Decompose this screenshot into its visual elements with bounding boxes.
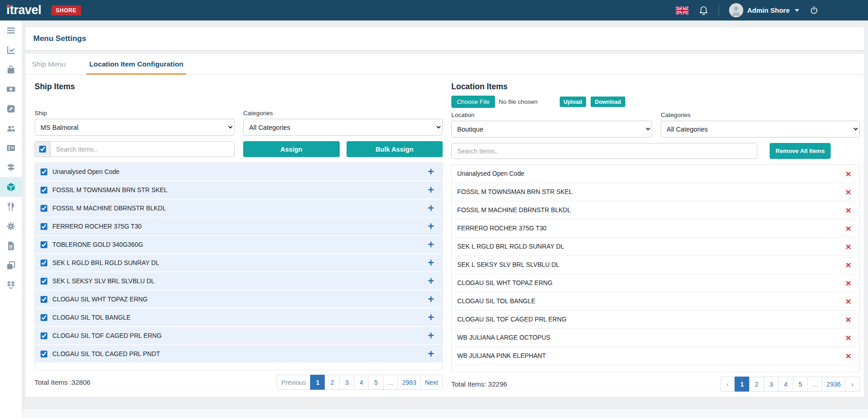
add-item-icon[interactable]: + <box>428 258 434 268</box>
ship-categories-label: Categories <box>243 110 443 117</box>
remove-item-icon[interactable]: × <box>846 278 851 288</box>
pagination-next[interactable]: Next <box>420 375 443 390</box>
page-title-card: Menu Settings <box>26 27 864 50</box>
sidebar-item-edit[interactable] <box>0 99 22 118</box>
pagination-page[interactable]: 2 <box>749 377 764 392</box>
location-categories-select[interactable]: All Categories <box>661 121 860 138</box>
remove-all-items-button[interactable]: Remove All Items <box>770 143 831 159</box>
location-select[interactable]: Boutique <box>451 121 652 138</box>
item-checkbox[interactable] <box>41 278 47 285</box>
ship-item-row: TOBLERONE GOLD 340G360G+ <box>35 236 442 254</box>
pagination-page[interactable]: 2983 <box>398 375 421 390</box>
sidebar-item-items-cube[interactable] <box>0 177 22 197</box>
sidebar-item-restaurant[interactable] <box>0 197 22 216</box>
remove-item-icon[interactable]: × <box>846 296 851 306</box>
sidebar-item-clone[interactable] <box>0 255 22 275</box>
sidebar-item-users[interactable] <box>0 118 22 138</box>
remove-item-icon[interactable]: × <box>846 205 851 215</box>
add-item-icon[interactable]: + <box>428 221 434 232</box>
shore-badge: SHORE <box>51 5 81 15</box>
sidebar-item-signpost[interactable] <box>0 158 22 177</box>
add-item-icon[interactable]: + <box>428 331 434 341</box>
item-checkbox[interactable] <box>41 314 47 321</box>
upload-button[interactable]: Upload <box>560 97 587 107</box>
logout-power-icon[interactable] <box>809 5 819 15</box>
ship-item-row: FOSSIL M TOWNSMAN BRN STR SKEL+ <box>35 181 442 199</box>
add-item-icon[interactable]: + <box>428 240 434 250</box>
remove-item-icon[interactable]: × <box>846 260 851 270</box>
cube-icon <box>6 182 16 192</box>
user-menu[interactable]: Admin Shore <box>729 3 799 17</box>
remove-item-icon[interactable]: × <box>846 315 851 324</box>
signpost-icon <box>6 163 16 173</box>
ship-items-list: Unanalysed Open Code+ FOSSIL M TOWNSMAN … <box>35 163 443 370</box>
pagination-page[interactable]: 1 <box>735 377 750 392</box>
sidebar-item-menu-toggle[interactable] <box>0 20 22 40</box>
pagination-page[interactable]: 3 <box>339 375 354 390</box>
location-search-input[interactable] <box>451 143 757 159</box>
sidebar-item-finance[interactable]: 1 <box>0 79 22 99</box>
tab-location-item-configuration[interactable]: Location Item Configuration <box>83 54 190 75</box>
pagination-page[interactable]: 1 <box>310 375 325 390</box>
choose-file-button[interactable]: Choose File <box>451 96 495 108</box>
pagination-previous[interactable]: Previous <box>277 375 311 390</box>
sidebar-item-settings[interactable] <box>0 216 22 236</box>
item-checkbox[interactable] <box>41 260 47 266</box>
pagination-page[interactable]: 2 <box>325 375 340 390</box>
ship-total-items: Total Items :32806 <box>35 378 91 386</box>
sidebar-item-analytics[interactable] <box>0 40 22 60</box>
ship-select[interactable]: MS Balmoral <box>35 119 235 136</box>
remove-item-icon[interactable]: × <box>846 333 851 342</box>
sidebar-item-shop[interactable] <box>0 60 22 79</box>
add-item-icon[interactable]: + <box>428 312 434 323</box>
location-label: Location <box>451 112 652 118</box>
tabs-bar: Ship Menu Location Item Configuration <box>26 54 864 75</box>
pagination-ellipsis[interactable]: ... <box>807 377 822 392</box>
ship-items-panel: Ship Items Ship MS Balmoral Categories A… <box>31 75 443 390</box>
pagination-page[interactable]: 5 <box>368 375 383 390</box>
item-checkbox[interactable] <box>41 296 47 303</box>
app-logo[interactable]: itravel <box>6 3 41 17</box>
edit-icon <box>6 104 16 114</box>
remove-item-icon[interactable]: × <box>846 351 851 361</box>
pagination-page[interactable]: 4 <box>778 377 793 392</box>
pagination-next[interactable]: › <box>845 377 860 392</box>
pagination-page[interactable]: 4 <box>354 375 369 390</box>
location-item-row: SEK L RGLD BRL RGLD SUNRAY DL× <box>452 238 859 256</box>
sidebar-item-dropbox[interactable] <box>0 275 22 295</box>
ship-search-input[interactable] <box>50 141 235 157</box>
download-button[interactable]: Download <box>591 97 625 107</box>
item-checkbox[interactable] <box>41 223 47 230</box>
item-checkbox[interactable] <box>41 187 47 194</box>
remove-item-icon[interactable]: × <box>846 242 851 251</box>
pagination-page[interactable]: 3 <box>764 377 779 392</box>
remove-item-icon[interactable]: × <box>846 169 851 178</box>
item-checkbox[interactable] <box>41 168 47 175</box>
sidebar-item-documents[interactable] <box>0 236 22 255</box>
tab-ship-menu[interactable]: Ship Menu <box>26 54 72 75</box>
add-item-icon[interactable]: + <box>428 203 434 214</box>
add-item-icon[interactable]: + <box>428 167 434 177</box>
ship-categories-select[interactable]: All Categories <box>243 119 443 136</box>
remove-item-icon[interactable]: × <box>846 187 851 197</box>
item-checkbox[interactable] <box>41 205 47 212</box>
add-item-icon[interactable]: + <box>428 294 434 305</box>
assign-button[interactable]: Assign <box>243 141 340 157</box>
add-item-icon[interactable]: + <box>428 276 434 286</box>
add-item-icon[interactable]: + <box>428 185 434 195</box>
item-checkbox[interactable] <box>41 241 47 248</box>
ship-item-row: CLOGAU SIL TOF CAGED PRL ERNG+ <box>35 327 442 345</box>
pagination-ellipsis[interactable]: ... <box>383 375 398 390</box>
select-all-checkbox[interactable] <box>39 146 46 153</box>
pagination-page[interactable]: 2936 <box>822 377 845 392</box>
add-item-icon[interactable]: + <box>428 349 434 359</box>
bulk-assign-button[interactable]: Bulk Assign <box>347 141 443 157</box>
pagination-page[interactable]: 5 <box>793 377 808 392</box>
item-checkbox[interactable] <box>41 332 47 339</box>
pagination-previous[interactable]: ‹ <box>720 377 735 392</box>
remove-item-icon[interactable]: × <box>846 224 851 233</box>
sidebar-item-id-card[interactable] <box>0 138 22 158</box>
item-checkbox[interactable] <box>41 351 47 357</box>
language-flag-icon[interactable] <box>676 6 689 15</box>
notifications-icon[interactable] <box>699 5 709 15</box>
